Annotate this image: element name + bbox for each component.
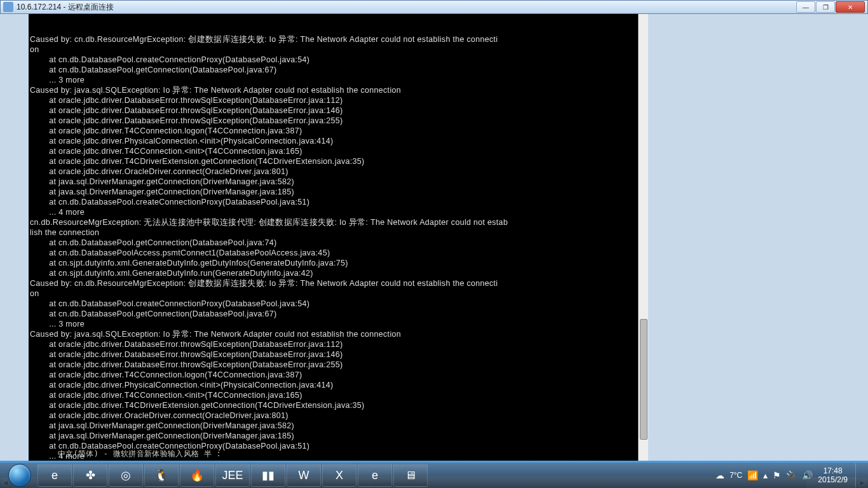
taskbar-buttons: e✤◎🐧🔥JEE▮▮WXe🖥 (37, 464, 428, 487)
weather-temp[interactable]: 7°C (729, 471, 742, 480)
taskbar-app-button[interactable]: 🖥 (393, 464, 428, 487)
taskbar-app-button[interactable]: ◎ (109, 464, 143, 487)
taskbar: e✤◎🐧🔥JEE▮▮WXe🖥 ☁ 7°C 📶 ▴ ⚑ 🔌 🔊 17:48 201… (0, 463, 868, 488)
clock[interactable]: 17:48 2015/2/9 (818, 466, 848, 484)
show-desktop-button[interactable] (855, 463, 862, 487)
rdp-window: 10.6.172.214 - 远程桌面连接 — ❐ ✕ Caused by: c… (0, 0, 868, 461)
clock-time: 17:48 (818, 466, 848, 475)
window-title: 10.6.172.214 - 远程桌面连接 (17, 2, 796, 13)
taskbar-app-button[interactable]: JEE (215, 464, 250, 487)
terminal-scrollbar[interactable] (638, 14, 648, 461)
desktop: 👤Adminis...🖥计算机🌐网络🗑回收站⚙控制面板📊HP SysManage… (0, 0, 868, 488)
taskbar-app-button[interactable]: e (358, 464, 392, 487)
taskbar-app-button[interactable]: X (322, 464, 356, 487)
taskbar-app-button[interactable]: W (287, 464, 321, 487)
minimize-button[interactable]: — (796, 1, 815, 13)
tray-expand-icon[interactable]: ▴ (763, 470, 768, 480)
taskbar-app-button[interactable]: 🔥 (180, 464, 214, 487)
remote-desktop-area: Caused by: cn.db.ResourceMgrException: 创… (0, 14, 868, 461)
windows-orb-icon (8, 464, 31, 487)
ime-status: 中文(简体) - 微软拼音新体验输入风格 半 : (58, 449, 221, 461)
system-tray: ☁ 7°C 📶 ▴ ⚑ 🔌 🔊 17:48 2015/2/9 (715, 463, 865, 487)
taskbar-app-button[interactable]: ✤ (73, 464, 107, 487)
close-button[interactable]: ✕ (836, 1, 865, 13)
terminal[interactable]: Caused by: cn.db.ResourceMgrException: 创… (29, 14, 648, 461)
taskbar-app-button[interactable]: e (37, 464, 72, 487)
window-controls: — ❐ ✕ (796, 1, 865, 13)
clock-date: 2015/2/9 (818, 475, 848, 484)
start-button[interactable] (3, 463, 37, 487)
taskbar-app-button[interactable]: 🐧 (144, 464, 179, 487)
terminal-output: Caused by: cn.db.ResourceMgrException: 创… (29, 34, 648, 461)
taskbar-app-button[interactable]: ▮▮ (251, 464, 285, 487)
power-icon[interactable]: 🔌 (786, 470, 797, 480)
scrollbar-thumb[interactable] (640, 319, 648, 440)
titlebar[interactable]: 10.6.172.214 - 远程桌面连接 — ❐ ✕ (0, 0, 868, 14)
maximize-button[interactable]: ❐ (816, 1, 835, 13)
flag-icon[interactable]: ⚑ (773, 470, 781, 480)
weather-icon[interactable]: ☁ (715, 470, 724, 480)
wifi-icon[interactable]: 📶 (747, 470, 758, 480)
volume-icon[interactable]: 🔊 (802, 470, 813, 480)
rdp-icon (3, 2, 13, 12)
